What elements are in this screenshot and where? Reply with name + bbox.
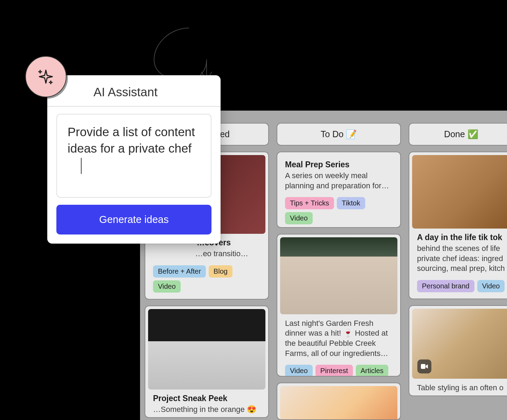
svg-rect-0 [421, 364, 425, 369]
card-image [280, 386, 397, 420]
tag[interactable]: Video [285, 365, 313, 377]
tag[interactable]: Video [153, 280, 181, 293]
card-image [280, 237, 397, 314]
card-tags: Tips + Tricks Tiktok Video [277, 197, 400, 224]
generate-ideas-button[interactable]: Generate ideas [56, 205, 211, 234]
column-done: Done ✅ A day in the life tik tok behind … [409, 123, 507, 420]
card-day-in-life[interactable]: A day in the life tik tok behind the sce… [409, 152, 507, 299]
tag[interactable]: Tiktok [337, 197, 365, 209]
card-desc: A series on weekly meal planning and pre… [285, 171, 393, 191]
card-desc: …Something in the orange 😍 [153, 405, 261, 415]
card-title: A day in the life tik tok [417, 233, 505, 242]
column-todo: To Do 📝 Meal Prep Series A series on wee… [277, 123, 401, 420]
card-image [412, 155, 507, 229]
tag[interactable]: Before + After [153, 265, 206, 278]
card-desc: Table styling is an often o [417, 383, 505, 393]
card-sneak-peek[interactable]: Project Sneak Peek …Something in the ora… [145, 306, 269, 418]
column-header-done[interactable]: Done ✅ [409, 123, 507, 146]
card-image [148, 309, 265, 390]
tag[interactable]: Personal brand [417, 280, 474, 292]
ai-assistant-header: AI Assistant [47, 75, 221, 107]
card-desc: behind the scenes of life private chef i… [417, 244, 505, 274]
card-image [412, 309, 507, 379]
video-icon [417, 359, 431, 373]
text-cursor [81, 158, 82, 174]
tag[interactable]: Video [285, 212, 313, 224]
column-header-todo[interactable]: To Do 📝 [277, 123, 401, 146]
card-tags: Video Pinterest Articles [277, 365, 400, 377]
card-desc: …eo transitio… [153, 249, 261, 259]
card-peaches[interactable] [277, 383, 401, 420]
tag[interactable]: Pinterest [315, 365, 353, 377]
sparkle-icon [36, 67, 56, 86]
card-garden-dinner[interactable]: Last night's Garden Fresh dinner was a h… [277, 234, 401, 377]
tag[interactable]: Video [477, 280, 505, 292]
card-tags: Before + After Blog Video [145, 265, 268, 293]
ai-assistant-title: AI Assistant [93, 85, 209, 99]
ai-prompt-input[interactable]: Provide a list of content ideas for a pr… [56, 114, 211, 198]
card-meal-prep[interactable]: Meal Prep Series A series on weekly meal… [277, 152, 401, 228]
tag[interactable]: Articles [356, 365, 389, 377]
card-desc: Last night's Garden Fresh dinner was a h… [285, 318, 393, 358]
ai-assistant-panel: AI Assistant Provide a list of content i… [47, 75, 221, 244]
card-title: Project Sneak Peek [153, 394, 261, 403]
card-tags: Personal brand Video [409, 280, 507, 292]
card-table-styling[interactable]: Table styling is an often o [409, 305, 507, 397]
card-title: Meal Prep Series [285, 160, 393, 169]
ai-sparkle-badge [25, 56, 67, 97]
tag[interactable]: Blog [209, 265, 232, 278]
tag[interactable]: Tips + Tricks [285, 197, 334, 209]
